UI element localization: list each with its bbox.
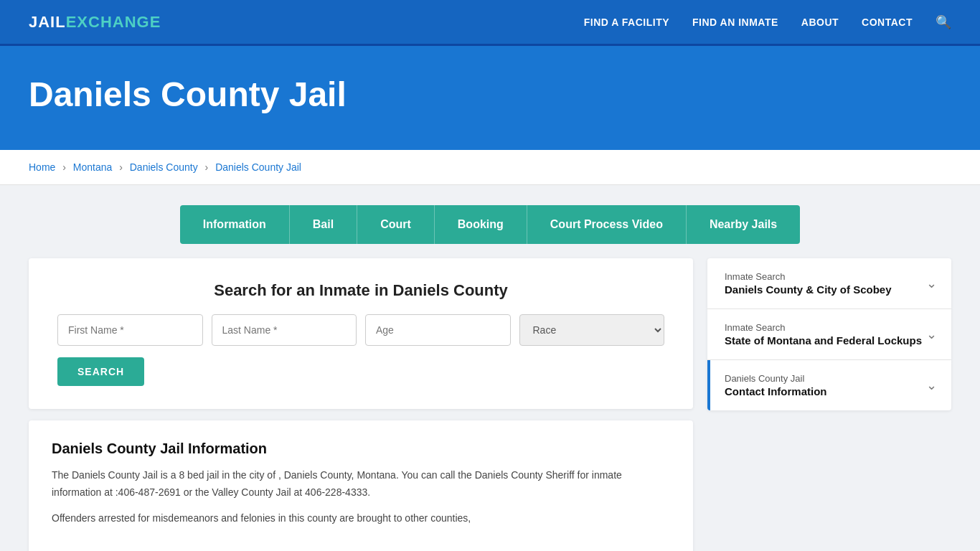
main-content: Search for an Inmate in Daniels County R… — [0, 258, 980, 551]
race-select[interactable]: Race — [519, 314, 665, 346]
breadcrumb-sep2: › — [119, 161, 126, 173]
sidebar-item-text-3: Daniels County Jail Contact Information — [725, 373, 827, 397]
info-card: Daniels County Jail Information The Dani… — [29, 420, 693, 551]
last-name-input[interactable] — [212, 314, 357, 346]
breadcrumb-sep3: › — [205, 161, 212, 173]
sidebar-card-2: Inmate Search State of Montana and Feder… — [707, 309, 951, 360]
tab-court[interactable]: Court — [357, 205, 435, 244]
search-fields: Race — [57, 314, 664, 346]
nav-link-about[interactable]: ABOUT — [801, 17, 839, 28]
navbar: JAILEXCHANGE FIND A FACILITY FIND AN INM… — [0, 0, 980, 46]
breadcrumb-daniels-county[interactable]: Daniels County — [130, 161, 198, 173]
right-sidebar: Inmate Search Daniels County & City of S… — [707, 258, 951, 410]
sidebar-item-contact-info[interactable]: Daniels County Jail Contact Information … — [707, 360, 951, 410]
first-name-input[interactable] — [57, 314, 203, 346]
info-paragraph-1: The Daniels County Jail is a 8 bed jail … — [52, 467, 670, 501]
sidebar-title-1: Inmate Search — [725, 271, 892, 282]
nav-link-find-facility[interactable]: FIND A FACILITY — [584, 17, 669, 28]
tab-information[interactable]: Information — [180, 205, 290, 244]
chevron-down-icon-2: ⌄ — [926, 326, 937, 342]
sidebar-item-inmate-search-state[interactable]: Inmate Search State of Montana and Feder… — [707, 309, 951, 359]
breadcrumb-daniels-county-jail[interactable]: Daniels County Jail — [215, 161, 301, 173]
info-heading: Daniels County Jail Information — [52, 441, 670, 457]
nav-links: FIND A FACILITY FIND AN INMATE ABOUT CON… — [584, 14, 951, 30]
logo[interactable]: JAILEXCHANGE — [29, 13, 161, 32]
nav-link-contact[interactable]: CONTACT — [862, 17, 913, 28]
tab-court-process-video[interactable]: Court Process Video — [527, 205, 687, 244]
tab-booking[interactable]: Booking — [435, 205, 527, 244]
tab-nearby-jails[interactable]: Nearby Jails — [687, 205, 800, 244]
page-title: Daniels County Jail — [29, 75, 951, 114]
breadcrumb-home[interactable]: Home — [29, 161, 55, 173]
sidebar-subtitle-1: Daniels County & City of Scobey — [725, 283, 892, 296]
hero-banner: Daniels County Jail — [0, 46, 980, 150]
sidebar-item-text-2: Inmate Search State of Montana and Feder… — [725, 322, 922, 347]
sidebar-title-2: Inmate Search — [725, 322, 922, 333]
left-panel: Search for an Inmate in Daniels County R… — [29, 258, 693, 551]
breadcrumb: Home › Montana › Daniels County › Daniel… — [0, 150, 980, 185]
search-icon[interactable]: 🔍 — [936, 15, 951, 29]
breadcrumb-sep1: › — [62, 161, 69, 173]
sidebar-item-text-1: Inmate Search Daniels County & City of S… — [725, 271, 892, 296]
age-input[interactable] — [365, 314, 511, 346]
tab-bail[interactable]: Bail — [290, 205, 357, 244]
chevron-down-icon-3: ⌄ — [926, 377, 937, 393]
sidebar-card-1: Inmate Search Daniels County & City of S… — [707, 258, 951, 309]
sidebar-subtitle-3: Contact Information — [725, 385, 827, 397]
sidebar-title-3: Daniels County Jail — [725, 373, 827, 384]
search-button[interactable]: SEARCH — [57, 357, 144, 386]
info-paragraph-2: Offenders arrested for misdemeanors and … — [52, 510, 670, 527]
sidebar-card-3: Daniels County Jail Contact Information … — [707, 360, 951, 410]
nav-link-find-inmate[interactable]: FIND AN INMATE — [692, 17, 778, 28]
sidebar-subtitle-2: State of Montana and Federal Lockups — [725, 334, 922, 347]
search-heading: Search for an Inmate in Daniels County — [57, 281, 664, 300]
tabs-wrapper: Information Bail Court Booking Court Pro… — [0, 185, 980, 258]
sidebar-item-inmate-search-local[interactable]: Inmate Search Daniels County & City of S… — [707, 258, 951, 309]
breadcrumb-montana[interactable]: Montana — [73, 161, 112, 173]
tabs: Information Bail Court Booking Court Pro… — [180, 205, 800, 244]
search-card: Search for an Inmate in Daniels County R… — [29, 258, 693, 409]
chevron-down-icon-1: ⌄ — [926, 276, 937, 291]
